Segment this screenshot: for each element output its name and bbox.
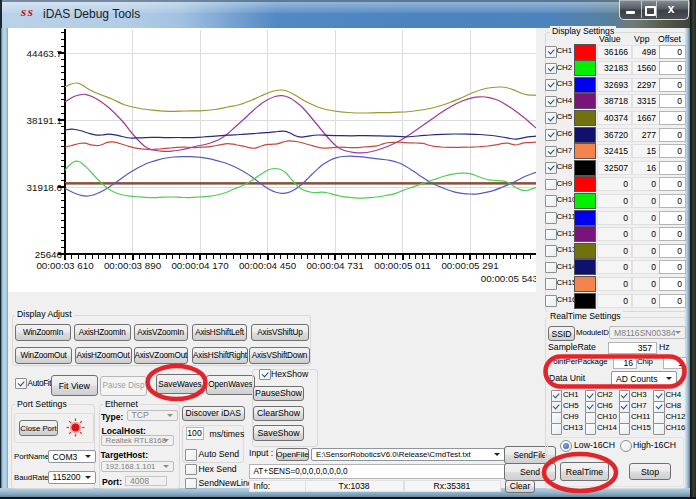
svg-text:00:00:04 731: 00:00:04 731 [306,260,363,271]
svg-text:31918.6: 31918.6 [27,182,63,193]
svg-text:44463.7: 44463.7 [27,48,62,59]
svg-text:00:00:05 291: 00:00:05 291 [441,260,498,271]
svg-text:00:00:03 610: 00:00:03 610 [36,260,94,271]
svg-text:00:00:05 011: 00:00:05 011 [374,260,430,271]
svg-text:00:00:04 450: 00:00:04 450 [239,260,297,271]
svg-text:00:00:05 543: 00:00:05 543 [481,273,536,284]
svg-text:00:00:04 170: 00:00:04 170 [171,260,229,271]
svg-text:00:00:03 890: 00:00:03 890 [104,260,162,271]
svg-text:38191.1: 38191.1 [27,115,62,126]
svg-text:25646: 25646 [35,249,63,260]
